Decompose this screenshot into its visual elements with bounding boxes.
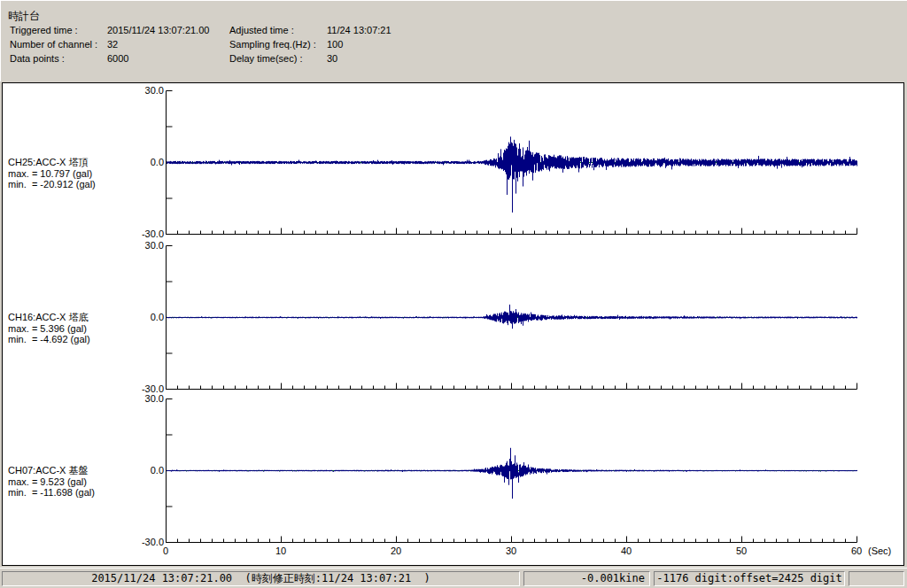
x-axis-unit-label: (Sec): [868, 545, 891, 556]
ch07-yzero-label: 0.0: [118, 465, 164, 476]
ch16-waveform-canvas: [159, 244, 867, 391]
status-empty-section: [849, 571, 904, 586]
ch07-ymax-label: 30.0: [118, 393, 164, 404]
ch16-max-value: max. = 5.396 (gal): [8, 323, 87, 334]
data-points-label: Data points :: [10, 53, 65, 64]
ch07-max-value: max. = 9.523 (gal): [8, 476, 87, 487]
waveform-chart-panel: 30.0 0.0 -30.0 CH25:ACC-X 塔頂 max. = 10.7…: [2, 82, 904, 566]
ch25-channel-label: CH25:ACC-X 塔頂: [8, 156, 88, 169]
sampling-freq-value: 100: [327, 39, 343, 50]
sampling-freq-label: Sampling freq.(Hz) :: [229, 39, 316, 50]
seismograph-app-window: { "header": { "title": "時計台", "fields": …: [0, 0, 907, 588]
status-digit-section: -1176 digit:offset=2425 digit: [654, 571, 845, 586]
xtick-10: 10: [263, 545, 298, 556]
ch25-max-value: max. = 10.797 (gal): [8, 168, 92, 179]
triggered-time-value: 2015/11/24 13:07:21.00: [107, 25, 209, 35]
status-time-section: 2015/11/24 13:07:21.00 (時刻修正時刻:11/24 13:…: [2, 571, 520, 586]
ch25-yzero-label: 0.0: [118, 157, 164, 167]
xtick-0: 0: [148, 545, 183, 556]
xtick-20: 20: [378, 545, 414, 556]
xtick-50: 50: [724, 545, 759, 556]
ch07-channel-label: CH07:ACC-X 基盤: [8, 464, 88, 477]
header-panel: 時計台 Triggered time : 2015/11/24 13:07:21…: [0, 0, 907, 81]
adjusted-time-label: Adjusted time :: [229, 25, 294, 35]
ch07-min-value: min. = -11.698 (gal): [8, 487, 95, 498]
channel-count-label: Number of channel :: [10, 39, 97, 50]
delay-time-value: 30: [327, 53, 337, 64]
status-kine-section: -0.001kine: [523, 571, 650, 586]
delay-time-label: Delay time(sec) :: [229, 53, 303, 64]
xtick-40: 40: [609, 545, 644, 556]
ch16-channel-label: CH16:ACC-X 塔底: [8, 311, 88, 324]
ch25-ymax-label: 30.0: [118, 85, 164, 96]
triggered-time-label: Triggered time :: [10, 25, 78, 35]
ch07-waveform-canvas: [159, 398, 867, 545]
channel-count-value: 32: [107, 39, 118, 50]
ch25-min-value: min. = -20.912 (gal): [8, 179, 96, 190]
adjusted-time-value: 11/24 13:07:21: [327, 25, 391, 35]
status-bar: 2015/11/24 13:07:21.00 (時刻修正時刻:11/24 13:…: [0, 568, 907, 588]
ch16-yzero-label: 0.0: [118, 312, 164, 322]
ch16-ymax-label: 30.0: [118, 240, 164, 251]
ch25-ymin-label: -30.0: [118, 228, 164, 239]
ch16-min-value: min. = -4.692 (gal): [8, 334, 90, 344]
xtick-30: 30: [493, 545, 529, 556]
ch25-waveform-canvas: [159, 89, 867, 236]
data-points-value: 6000: [107, 53, 128, 64]
app-title: 時計台: [8, 9, 40, 24]
